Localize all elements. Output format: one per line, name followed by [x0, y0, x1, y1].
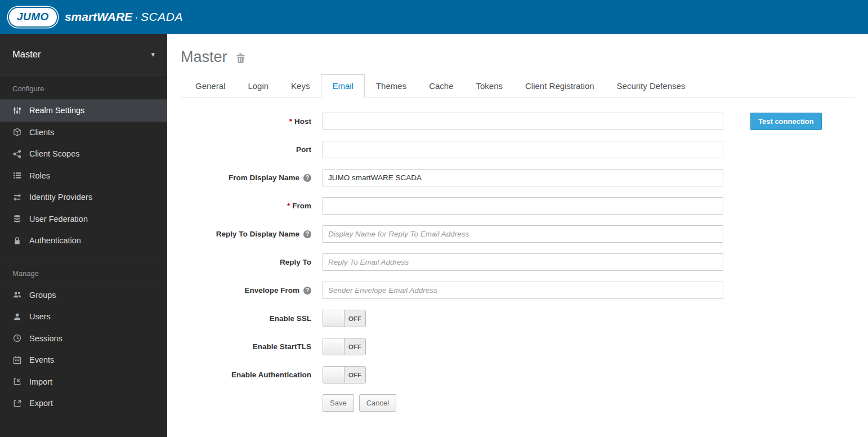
tab-login[interactable]: Login [236, 74, 280, 97]
sidebar-item-groups[interactable]: Groups [0, 284, 167, 306]
brand-scada: SCADA [141, 10, 183, 24]
toggle-knob [323, 310, 344, 327]
reply-to-input[interactable] [323, 253, 723, 271]
reply-to-label: Reply To [181, 258, 311, 266]
question-icon[interactable] [303, 174, 311, 182]
port-input[interactable] [323, 141, 723, 158]
tab-general[interactable]: General [184, 74, 236, 97]
enable-starttls-toggle[interactable]: OFF [323, 338, 366, 355]
title-row: Master [181, 48, 854, 66]
clock-icon [12, 334, 22, 342]
import-icon [12, 377, 22, 386]
sidebar-item-label: Authentication [29, 236, 81, 245]
tab-cache[interactable]: Cache [418, 74, 464, 97]
toggle-state-label: OFF [344, 367, 365, 383]
section-label-manage: Manage [0, 260, 167, 284]
sidebar-section-manage: Manage Groups Users [0, 260, 167, 414]
tab-email[interactable]: Email [321, 74, 365, 97]
port-label: Port [181, 145, 311, 154]
enable-ssl-toggle[interactable]: OFF [323, 310, 366, 327]
sliders-icon [12, 106, 22, 115]
toggle-knob [323, 367, 344, 383]
reply-to-display-name-label: Reply To Display Name [181, 230, 311, 238]
tab-themes[interactable]: Themes [365, 74, 418, 97]
enable-ssl-row: Enable SSL OFF [181, 310, 854, 327]
from-input[interactable] [323, 197, 723, 215]
sidebar-item-label: Roles [29, 171, 50, 180]
main-content: Master General Login Keys Email Themes C… [167, 34, 868, 437]
sidebar-item-roles[interactable]: Roles [0, 165, 167, 187]
enable-starttls-label: Enable StartTLS [181, 342, 311, 351]
sidebar-item-client-scopes[interactable]: Client Scopes [0, 143, 167, 165]
sidebar-item-label: Client Scopes [29, 149, 79, 158]
envelope-from-row: Envelope From [181, 282, 854, 299]
sidebar-item-label: User Federation [29, 215, 88, 224]
from-label: * From [181, 202, 311, 210]
from-display-name-row: From Display Name [181, 169, 854, 186]
trash-icon[interactable] [235, 53, 246, 64]
tab-bar: General Login Keys Email Themes Cache To… [181, 74, 854, 97]
scopes-network-icon [12, 150, 22, 158]
sidebar-item-label: Sessions [29, 334, 62, 343]
brand-title: smartWARE · SCADA [65, 10, 183, 24]
groups-icon [12, 291, 22, 299]
tab-client-registration[interactable]: Client Registration [514, 74, 606, 97]
sidebar: Master Configure Realm Settings Clients [0, 34, 167, 437]
test-connection-button[interactable]: Test connection [750, 113, 822, 130]
reply-to-row: Reply To [181, 253, 854, 271]
sidebar-item-sessions[interactable]: Sessions [0, 328, 167, 350]
chevron-down-icon [151, 50, 155, 59]
question-icon[interactable] [303, 287, 311, 295]
email-settings-form: * Host Test connection Port From Display… [181, 113, 854, 429]
host-input[interactable] [323, 113, 723, 130]
cancel-button[interactable]: Cancel [359, 394, 396, 412]
tab-tokens[interactable]: Tokens [465, 74, 514, 97]
port-row: Port [181, 141, 854, 158]
section-label-configure: Configure [0, 75, 167, 100]
cube-icon [12, 128, 22, 136]
sidebar-item-label: Groups [29, 291, 56, 300]
sidebar-item-label: Import [29, 377, 52, 386]
toggle-state-label: OFF [344, 310, 365, 327]
tab-security-defenses[interactable]: Security Defenses [606, 74, 697, 97]
host-label: * Host [181, 117, 311, 126]
realm-selector-label: Master [12, 49, 41, 60]
sidebar-item-label: Realm Settings [29, 106, 84, 115]
enable-ssl-label: Enable SSL [181, 314, 311, 323]
sidebar-item-label: Clients [29, 128, 54, 137]
enable-starttls-row: Enable StartTLS OFF [181, 338, 854, 355]
sidebar-item-label: Identity Providers [29, 193, 92, 202]
reply-to-display-name-input[interactable] [323, 225, 723, 243]
sidebar-item-clients[interactable]: Clients [0, 122, 167, 144]
user-icon [12, 313, 22, 321]
sidebar-item-users[interactable]: Users [0, 306, 167, 328]
sidebar-item-export[interactable]: Export [0, 393, 167, 414]
app-header: JUMO smartWARE · SCADA [0, 0, 868, 34]
sidebar-item-identity-providers[interactable]: Identity Providers [0, 186, 167, 208]
question-icon[interactable] [303, 230, 311, 238]
sidebar-item-label: Users [29, 312, 51, 321]
sidebar-item-import[interactable]: Import [0, 371, 167, 393]
sidebar-item-realm-settings[interactable]: Realm Settings [0, 100, 167, 122]
database-icon [12, 215, 22, 223]
host-row: * Host Test connection [181, 113, 854, 130]
sidebar-item-label: Events [29, 355, 54, 364]
sidebar-item-user-federation[interactable]: User Federation [0, 208, 167, 230]
from-display-name-input[interactable] [323, 169, 723, 186]
sidebar-item-authentication[interactable]: Authentication [0, 230, 167, 252]
realm-selector[interactable]: Master [0, 34, 167, 75]
page-title: Master [181, 48, 227, 66]
list-icon [12, 171, 22, 180]
enable-authentication-toggle[interactable]: OFF [323, 366, 366, 384]
export-icon [12, 399, 22, 408]
brand-smartware: smartWARE [65, 10, 132, 24]
envelope-from-input[interactable] [323, 282, 723, 299]
save-button[interactable]: Save [323, 394, 354, 412]
envelope-from-label: Envelope From [181, 286, 311, 295]
sidebar-item-events[interactable]: Events [0, 349, 167, 371]
tab-keys[interactable]: Keys [280, 74, 321, 97]
sidebar-section-configure: Configure Realm Settings Clients [0, 75, 167, 252]
from-row: * From [181, 197, 854, 215]
arrows-swap-icon [12, 193, 22, 202]
from-display-name-label: From Display Name [181, 173, 311, 182]
